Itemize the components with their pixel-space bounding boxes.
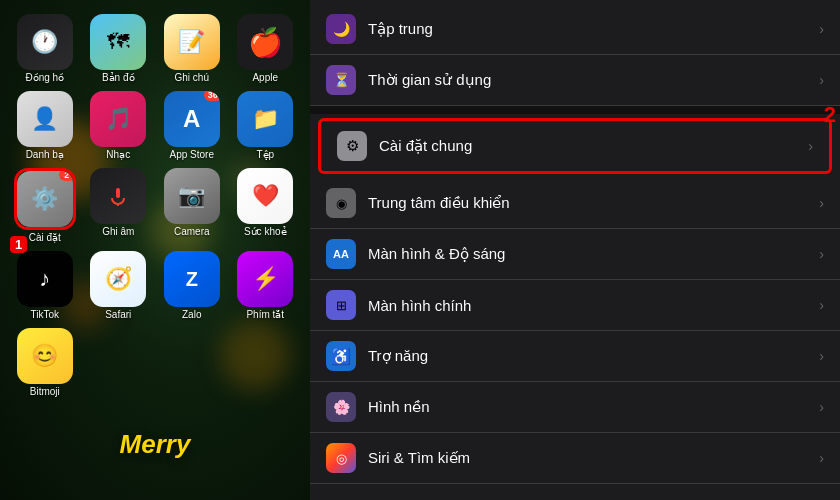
- settings-item-wallpaper[interactable]: 🌸 Hình nền ›: [310, 382, 840, 433]
- app-icon-tiktok: ♪: [17, 251, 73, 307]
- app-bitmoji[interactable]: 😊 Bitmoji: [12, 328, 78, 397]
- app-icon-zalo: Z: [164, 251, 220, 307]
- settings-item-focus[interactable]: 🌙 Tập trung ›: [310, 4, 840, 55]
- settings-panel: 🌙 Tập trung › ⏳ Thời gian sử dụng › 2 ⚙ …: [310, 0, 840, 500]
- chevron-icon: ›: [819, 21, 824, 37]
- app-label-shortcuts: Phím tắt: [246, 309, 284, 320]
- app-label-clock: Đồng hồ: [25, 72, 64, 83]
- app-contacts[interactable]: 👤 Danh bạ: [12, 91, 78, 160]
- display-icon: AA: [326, 239, 356, 269]
- app-icon-maps: 🗺: [90, 14, 146, 70]
- app-row-2: 👤 Danh bạ 🎵 Nhạc A 36 App Store 📁 Tệp: [12, 91, 298, 160]
- settings-list: 🌙 Tập trung › ⏳ Thời gian sử dụng › 2 ⚙ …: [310, 0, 840, 484]
- app-icon-apple: 🍎: [237, 14, 293, 70]
- number-2-label: 2: [824, 102, 836, 128]
- settings-red-highlight: ⚙️ 2: [14, 168, 76, 230]
- accessibility-icon: ♿: [326, 341, 356, 371]
- app-icon-notes: 📝: [164, 14, 220, 70]
- chevron-icon: ›: [819, 195, 824, 211]
- settings-label-siri: Siri & Tìm kiếm: [368, 449, 819, 467]
- app-appstore[interactable]: A 36 App Store: [159, 91, 225, 160]
- focus-icon: 🌙: [326, 14, 356, 44]
- app-label-camera: Camera: [174, 226, 210, 237]
- app-row-4: ♪ TikTok 🧭 Safari Z Zalo ⚡ Phím tắt: [12, 251, 298, 320]
- app-icon-bitmoji: 😊: [17, 328, 73, 384]
- app-label-files: Tệp: [256, 149, 274, 160]
- wallpaper-icon: 🌸: [326, 392, 356, 422]
- app-icon-clock: 🕐: [17, 14, 73, 70]
- app-label-safari: Safari: [105, 309, 131, 320]
- settings-item-general[interactable]: ⚙ Cài đặt chung ›: [321, 121, 829, 171]
- app-label-appstore: App Store: [170, 149, 214, 160]
- app-icon-shortcuts: ⚡: [237, 251, 293, 307]
- app-shortcuts[interactable]: ⚡ Phím tắt: [233, 251, 299, 320]
- chevron-icon: ›: [819, 399, 824, 415]
- app-health[interactable]: ❤️ Sức khoẻ: [233, 168, 299, 243]
- settings-item-screentime[interactable]: ⏳ Thời gian sử dụng ›: [310, 55, 840, 106]
- app-settings[interactable]: ⚙️ 2 1 Cài đặt: [12, 168, 78, 243]
- app-tiktok[interactable]: ♪ TikTok: [12, 251, 78, 320]
- badge-settings: 2: [59, 171, 73, 181]
- app-label-notes: Ghi chú: [175, 72, 209, 83]
- general-highlight-wrapper: 2 ⚙ Cài đặt chung ›: [318, 118, 832, 174]
- app-label-music: Nhạc: [106, 149, 130, 160]
- chevron-icon: ›: [819, 450, 824, 466]
- app-label-health: Sức khoẻ: [244, 226, 287, 237]
- badge-appstore: 36: [204, 91, 220, 101]
- app-icon-appstore: A 36: [164, 91, 220, 147]
- app-label-maps: Bản đồ: [102, 72, 135, 83]
- siri-icon: ◎: [326, 443, 356, 473]
- app-safari[interactable]: 🧭 Safari: [86, 251, 152, 320]
- settings-label-controlcenter: Trung tâm điều khiển: [368, 194, 819, 212]
- general-red-box: ⚙ Cài đặt chung ›: [318, 118, 832, 174]
- app-label-apple: Apple: [252, 72, 278, 83]
- app-label-contacts: Danh bạ: [26, 149, 64, 160]
- app-label-zalo: Zalo: [182, 309, 201, 320]
- app-icon-safari: 🧭: [90, 251, 146, 307]
- chevron-icon: ›: [819, 246, 824, 262]
- merry-text: Merry: [120, 429, 191, 460]
- app-maps[interactable]: 🗺 Bản đồ: [86, 14, 152, 83]
- chevron-icon: ›: [808, 138, 813, 154]
- app-music[interactable]: 🎵 Nhạc: [86, 91, 152, 160]
- app-icon-contacts: 👤: [17, 91, 73, 147]
- app-recorder[interactable]: Ghi âm: [86, 168, 152, 243]
- settings-label-accessibility: Trợ năng: [368, 347, 819, 365]
- app-files[interactable]: 📁 Tệp: [233, 91, 299, 160]
- app-icon-camera: 📷: [164, 168, 220, 224]
- controlcenter-icon: ◉: [326, 188, 356, 218]
- settings-item-siri[interactable]: ◎ Siri & Tìm kiếm ›: [310, 433, 840, 484]
- chevron-icon: ›: [819, 348, 824, 364]
- settings-label-screentime: Thời gian sử dụng: [368, 71, 819, 89]
- app-label-recorder: Ghi âm: [102, 226, 134, 237]
- app-icon-recorder: [90, 168, 146, 224]
- app-camera[interactable]: 📷 Camera: [159, 168, 225, 243]
- settings-item-accessibility[interactable]: ♿ Trợ năng ›: [310, 331, 840, 382]
- chevron-icon: ›: [819, 297, 824, 313]
- app-apple[interactable]: 🍎 Apple: [233, 14, 299, 83]
- app-label-settings: Cài đặt: [29, 232, 61, 243]
- settings-label-wallpaper: Hình nền: [368, 398, 819, 416]
- home-screen: 🕐 Đồng hồ 🗺 Bản đồ 📝 Ghi chú 🍎 Apple 👤 D…: [0, 0, 310, 500]
- settings-label-focus: Tập trung: [368, 20, 819, 38]
- app-label-tiktok: TikTok: [30, 309, 59, 320]
- app-row-3: ⚙️ 2 1 Cài đặt Ghi âm 📷: [12, 168, 298, 243]
- homescreen-icon: ⊞: [326, 290, 356, 320]
- app-grid-container: 🕐 Đồng hồ 🗺 Bản đồ 📝 Ghi chú 🍎 Apple 👤 D…: [0, 0, 310, 500]
- settings-item-display[interactable]: AA Màn hình & Độ sáng ›: [310, 229, 840, 280]
- chevron-icon: ›: [819, 72, 824, 88]
- app-clock[interactable]: 🕐 Đồng hồ: [12, 14, 78, 83]
- screentime-icon: ⏳: [326, 65, 356, 95]
- app-row-5: 😊 Bitmoji: [12, 328, 298, 397]
- app-icon-files: 📁: [237, 91, 293, 147]
- app-icon-settings: ⚙️ 2: [17, 171, 73, 227]
- settings-divider: [310, 106, 840, 114]
- settings-item-controlcenter[interactable]: ◉ Trung tâm điều khiển ›: [310, 178, 840, 229]
- app-notes[interactable]: 📝 Ghi chú: [159, 14, 225, 83]
- app-row-1: 🕐 Đồng hồ 🗺 Bản đồ 📝 Ghi chú 🍎 Apple: [12, 14, 298, 83]
- app-zalo[interactable]: Z Zalo: [159, 251, 225, 320]
- svg-rect-0: [116, 188, 120, 198]
- app-icon-music: 🎵: [90, 91, 146, 147]
- settings-label-homescreen: Màn hình chính: [368, 297, 819, 314]
- settings-item-homescreen[interactable]: ⊞ Màn hình chính ›: [310, 280, 840, 331]
